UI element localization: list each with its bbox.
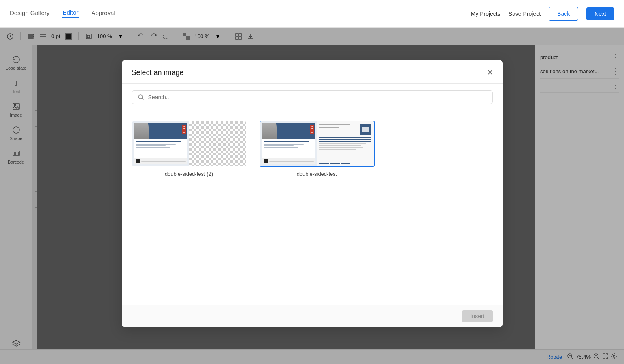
save-project-link[interactable]: Save Project <box>509 11 541 17</box>
select-image-modal: Select an image × <box>122 60 503 327</box>
back-button[interactable]: Back <box>549 7 578 21</box>
image-item-double-sided-test-2[interactable]: SALE SALE <box>132 121 247 177</box>
search-input-wrap <box>132 90 493 104</box>
image-preview-double-sided-test: SALE <box>260 121 375 167</box>
modal-header: Select an image × <box>122 60 503 84</box>
modal-title: Select an image <box>132 68 184 77</box>
modal-search-area <box>122 84 503 111</box>
tab-list: Design Gallery Editor Approval <box>10 9 115 18</box>
topbar-right: My Projects Save Project Back Next <box>471 7 614 21</box>
search-icon <box>138 94 144 100</box>
tab-approval[interactable]: Approval <box>92 9 115 18</box>
tab-design-gallery[interactable]: Design Gallery <box>10 9 49 18</box>
topbar: Design Gallery Editor Approval My Projec… <box>0 0 624 28</box>
image-thumb-page1: SALE SALE <box>132 121 189 166</box>
search-input[interactable] <box>148 94 487 100</box>
image-grid: SALE SALE <box>132 121 493 177</box>
image-preview-double-sided-test-2: SALE SALE <box>132 121 247 167</box>
image-label-double-sided-test: double-sided-test <box>297 171 337 177</box>
modal-footer: Insert <box>122 305 503 327</box>
editor-background: 0 pt 100 % ▾ 100 % ▾ <box>0 28 624 364</box>
editor-area: 0 pt 100 % ▾ 100 % ▾ <box>0 28 624 364</box>
image-label-double-sided-test-2: double-sided-test (2) <box>165 171 213 177</box>
svg-point-33 <box>138 95 143 99</box>
insert-button[interactable]: Insert <box>462 310 492 322</box>
my-projects-link[interactable]: My Projects <box>471 11 500 17</box>
svg-line-34 <box>142 98 144 100</box>
image-thumb-sel-page2 <box>317 121 374 166</box>
modal-body: SALE SALE <box>122 111 503 305</box>
tab-editor[interactable]: Editor <box>62 9 78 18</box>
modal-close-button[interactable]: × <box>488 68 493 77</box>
modal-overlay: Select an image × <box>0 28 624 364</box>
image-thumb-page2-transparent <box>189 121 246 166</box>
image-thumb-sel-page1: SALE <box>260 121 317 166</box>
image-item-double-sided-test[interactable]: SALE <box>260 121 375 177</box>
next-button[interactable]: Next <box>586 7 614 20</box>
